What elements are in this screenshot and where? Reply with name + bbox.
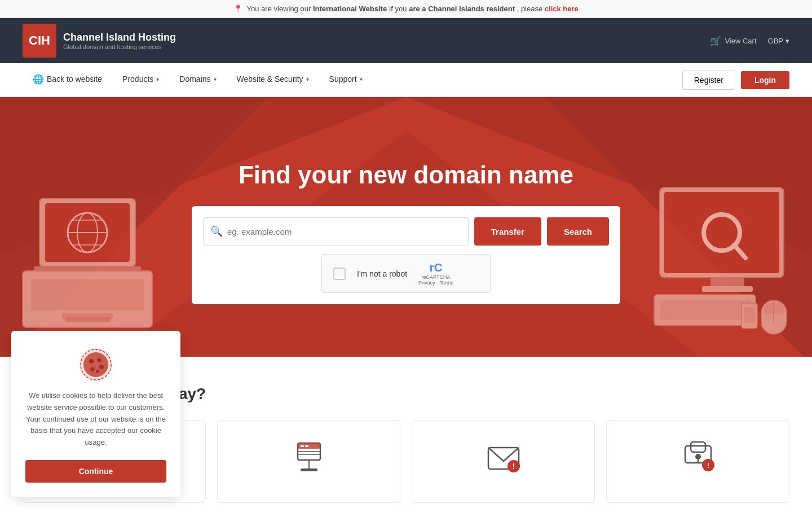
nav-products-label: Products: [122, 75, 153, 84]
svg-rect-37: [305, 445, 308, 447]
header: CIH Channel Island Hosting Global domain…: [0, 18, 812, 63]
nav-products[interactable]: Products ▾: [112, 63, 169, 97]
svg-point-52: [89, 359, 94, 364]
nav-bar: 🌐 Back to website Products ▾ Domains ▾ W…: [0, 63, 812, 97]
svg-rect-19: [710, 278, 744, 286]
banner-text-before: You are viewing our: [247, 5, 311, 13]
domains-arrow-icon: ▾: [214, 76, 217, 82]
nav-domains-label: Domains: [179, 75, 210, 84]
svg-rect-36: [301, 445, 304, 447]
cookie-icon: [79, 348, 113, 382]
hero-section: Find your new domain name 🔍 Transfer Sea…: [0, 97, 812, 357]
support-arrow-icon: ▾: [360, 76, 363, 82]
svg-rect-14: [65, 317, 110, 322]
cart-icon: 🛒: [710, 36, 721, 46]
banner-text-after: , please: [517, 5, 543, 13]
banner-are-a: are a Channel Islands resident: [409, 5, 515, 13]
captcha-label: I'm not a robot: [357, 269, 407, 278]
logo-text: CIH: [29, 33, 50, 48]
captcha-row: I'm not a robot rC reCAPTCHA Privacy - T…: [203, 254, 609, 293]
svg-rect-12: [31, 279, 144, 310]
nav-left: 🌐 Back to website Products ▾ Domains ▾ W…: [23, 63, 682, 97]
register-button[interactable]: Register: [682, 71, 735, 90]
pin-icon: 📍: [233, 5, 242, 13]
logo-area[interactable]: CIH Channel Island Hosting Global domain…: [23, 24, 176, 58]
top-banner: 📍 You are viewing our International Webs…: [0, 0, 812, 18]
hero-laptop-decoration: [0, 131, 180, 357]
svg-rect-38: [298, 452, 320, 454]
domain-search-input[interactable]: [227, 227, 461, 237]
globe-icon: 🌐: [33, 74, 44, 85]
svg-rect-10: [34, 266, 141, 271]
hero-title: Find your new domain name: [239, 161, 573, 189]
search-row: 🔍 Transfer Search: [203, 217, 609, 246]
captcha-sub1: reCAPTCHA: [421, 274, 450, 280]
logo-box: CIH: [23, 24, 56, 58]
hero-monitor-decoration: [643, 131, 812, 357]
captcha-logo: rC reCAPTCHA Privacy - Terms: [418, 261, 453, 286]
company-tagline: Global domain and hosting services: [63, 43, 176, 50]
hosting-card-icon: [289, 437, 329, 477]
website-security-arrow-icon: ▾: [306, 76, 309, 82]
currency-label: GBP: [768, 37, 783, 45]
nav-domains[interactable]: Domains ▾: [169, 63, 226, 97]
help-card-security[interactable]: !: [606, 420, 789, 503]
search-icon: 🔍: [210, 225, 223, 238]
help-card-hosting[interactable]: [217, 420, 400, 503]
cookie-text: We utilise cookies to help deliver the b…: [25, 390, 166, 449]
svg-rect-40: [301, 468, 317, 471]
svg-point-54: [99, 365, 104, 369]
captcha-checkbox[interactable]: [333, 268, 346, 280]
svg-point-51: [83, 352, 108, 377]
currency-selector[interactable]: GBP ▾: [768, 37, 789, 45]
products-arrow-icon: ▾: [156, 76, 159, 82]
cookie-notice: We utilise cookies to help deliver the b…: [11, 331, 180, 497]
help-card-email[interactable]: !: [412, 420, 595, 503]
view-cart-btn[interactable]: 🛒 View Cart: [710, 36, 756, 46]
search-box-container: 🔍 Transfer Search I'm not a robot rC reC…: [192, 206, 620, 304]
company-info: Channel Island Hosting Global domain and…: [63, 32, 176, 50]
svg-rect-45: [691, 442, 705, 452]
email-card-icon: !: [484, 437, 523, 477]
svg-point-46: [695, 454, 701, 459]
banner-click-here-link[interactable]: click here: [545, 5, 579, 13]
nav-right: Register Login: [682, 71, 789, 90]
svg-rect-27: [744, 307, 755, 323]
company-name: Channel Island Hosting: [63, 32, 176, 43]
header-right: 🛒 View Cart GBP ▾: [710, 36, 789, 46]
banner-international: International Website: [313, 5, 387, 13]
banner-text-middle: If you: [389, 5, 409, 13]
nav-back-label: Back to website: [47, 75, 102, 84]
view-cart-label: View Cart: [725, 37, 756, 45]
svg-text:!: !: [512, 462, 515, 471]
svg-point-53: [98, 358, 102, 362]
svg-point-55: [91, 367, 95, 371]
nav-support-label: Support: [329, 75, 357, 84]
search-button[interactable]: Search: [547, 217, 609, 246]
currency-arrow: ▾: [785, 37, 789, 45]
svg-rect-25: [764, 303, 784, 314]
nav-support[interactable]: Support ▾: [319, 63, 373, 97]
captcha-widget[interactable]: I'm not a robot rC reCAPTCHA Privacy - T…: [321, 254, 491, 293]
login-button[interactable]: Login: [741, 71, 789, 89]
security-card-icon: !: [678, 437, 718, 477]
cookie-continue-button[interactable]: Continue: [25, 460, 166, 483]
svg-rect-16: [664, 192, 779, 273]
nav-back-to-website[interactable]: 🌐 Back to website: [23, 63, 112, 97]
svg-rect-20: [702, 286, 753, 292]
domain-search-input-wrap[interactable]: 🔍: [203, 217, 469, 246]
nav-website-security[interactable]: Website & Security ▾: [227, 63, 319, 97]
svg-point-56: [96, 370, 99, 373]
nav-website-security-label: Website & Security: [237, 75, 303, 84]
captcha-sub2: Privacy - Terms: [418, 280, 453, 286]
svg-rect-22: [660, 300, 750, 320]
transfer-button[interactable]: Transfer: [474, 217, 541, 246]
svg-text:!: !: [707, 461, 709, 470]
